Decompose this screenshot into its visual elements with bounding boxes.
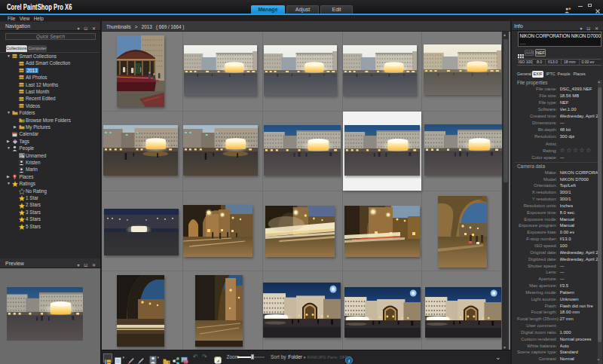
svg-text:i: i — [348, 357, 350, 363]
